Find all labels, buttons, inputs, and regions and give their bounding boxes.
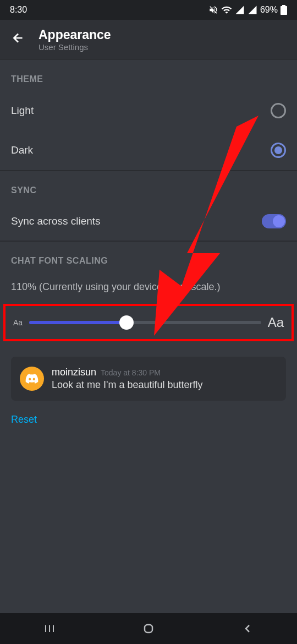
battery-icon: [280, 5, 287, 15]
status-bar: 8:30 69%: [0, 0, 297, 20]
chat-preview: moinzisun Today at 8:30 PM Look at me I'…: [11, 357, 286, 401]
font-scaling-section-header: CHAT FONT SCALING: [0, 241, 297, 272]
font-scale-slider[interactable]: [29, 321, 261, 324]
reset-button[interactable]: Reset: [0, 401, 297, 439]
svg-rect-2: [281, 9, 287, 14]
sync-section-header: SYNC: [0, 171, 297, 202]
nav-back[interactable]: [231, 622, 264, 635]
signal-icon-2: [248, 5, 257, 15]
preview-username: moinzisun: [52, 367, 96, 378]
page-title: Appearance: [38, 28, 111, 42]
theme-light-option[interactable]: Light: [0, 91, 297, 130]
toggle-on-icon: [262, 214, 286, 228]
slider-label-small: Aa: [13, 318, 23, 327]
navigation-bar: [0, 613, 297, 644]
mute-icon: [208, 5, 218, 15]
font-scale-slider-container: Aa Aa: [3, 304, 294, 341]
nav-home[interactable]: [132, 622, 165, 635]
preview-message: Look at me I'm a beautiful butterfly: [52, 379, 277, 391]
radio-unchecked-icon: [271, 103, 286, 118]
radio-checked-icon: [271, 143, 286, 158]
battery-text: 69%: [260, 5, 278, 15]
preview-timestamp: Today at 8:30 PM: [101, 368, 161, 377]
page-subtitle: User Settings: [38, 42, 111, 52]
font-scale-value: 110% (Currently using your device's font…: [0, 272, 297, 304]
slider-label-large: Aa: [268, 315, 284, 330]
signal-icon-1: [235, 5, 245, 15]
status-time: 8:30: [10, 5, 27, 15]
back-button[interactable]: [11, 31, 25, 48]
theme-dark-option[interactable]: Dark: [0, 130, 297, 170]
sync-label: Sync across clients: [11, 215, 101, 227]
svg-rect-1: [282, 5, 285, 6]
header: Appearance User Settings: [0, 20, 297, 59]
wifi-icon: [221, 4, 232, 15]
svg-rect-6: [145, 625, 152, 632]
theme-section-header: THEME: [0, 59, 297, 91]
theme-dark-label: Dark: [11, 144, 33, 156]
avatar: [20, 367, 44, 391]
slider-thumb: [119, 315, 134, 330]
discord-logo-icon: [25, 372, 39, 386]
sync-option[interactable]: Sync across clients: [0, 202, 297, 241]
nav-recent[interactable]: [33, 622, 66, 635]
status-icons: 69%: [208, 4, 287, 15]
theme-light-label: Light: [11, 105, 34, 117]
slider-fill: [29, 321, 127, 324]
